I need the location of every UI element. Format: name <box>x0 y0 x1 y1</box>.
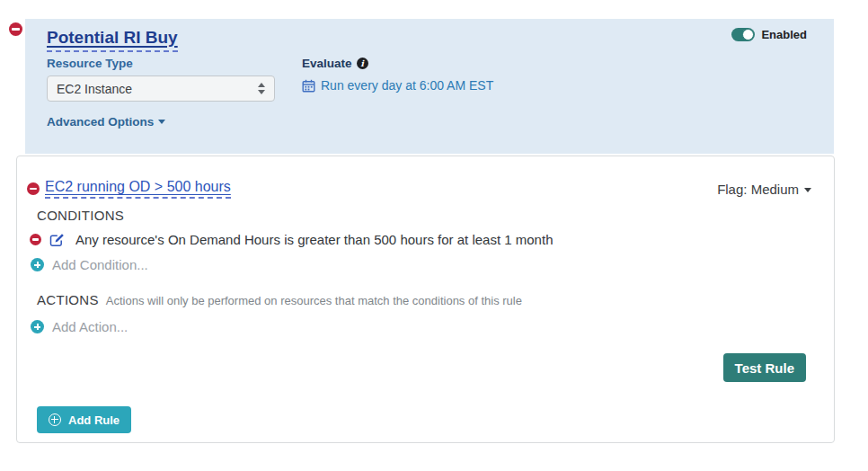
advanced-options-label: Advanced Options <box>47 115 154 129</box>
resource-type-value: EC2 Instance <box>57 82 132 96</box>
policy-title-link[interactable]: Potential RI Buy <box>47 28 178 52</box>
policy-header-panel: Potential RI Buy Resource Type EC2 Insta… <box>25 19 834 154</box>
add-condition-label: Add Condition... <box>52 257 148 272</box>
evaluate-label: Evaluate <box>302 57 352 70</box>
schedule-text: Run every day at 6:00 AM EST <box>321 78 493 93</box>
calendar-icon <box>302 79 315 93</box>
add-action-button[interactable]: Add Action... <box>31 319 128 334</box>
advanced-options-toggle[interactable]: Advanced Options <box>47 115 165 129</box>
conditions-heading: CONDITIONS <box>37 208 124 223</box>
rule-header-row: EC2 running OD > 500 hours Flag: Medium <box>27 179 811 199</box>
edit-condition-icon[interactable] <box>49 233 65 247</box>
condition-row: Any resource's On Demand Hours is greate… <box>30 232 553 247</box>
info-icon[interactable]: i <box>357 58 368 69</box>
caret-down-icon <box>804 188 811 192</box>
plus-circle-icon <box>31 320 44 333</box>
policy-editor: Potential RI Buy Resource Type EC2 Insta… <box>0 0 868 471</box>
caret-down-icon <box>158 120 165 124</box>
actions-description: Actions will only be performed on resour… <box>106 294 522 307</box>
add-action-label: Add Action... <box>52 319 128 334</box>
add-rule-label: Add Rule <box>68 413 120 427</box>
up-down-arrows-icon <box>258 83 265 94</box>
actions-heading-row: ACTIONS Actions will only be performed o… <box>37 292 522 307</box>
resource-type-select[interactable]: EC2 Instance <box>47 76 275 102</box>
flag-dropdown[interactable]: Flag: Medium <box>717 182 811 197</box>
schedule-link[interactable]: Run every day at 6:00 AM EST <box>302 78 493 93</box>
remove-condition-icon[interactable] <box>30 234 41 245</box>
enabled-label: Enabled <box>761 28 807 41</box>
flag-label: Flag: Medium <box>717 182 799 197</box>
evaluate-label-row: Evaluate i <box>302 57 368 70</box>
rules-card: EC2 running OD > 500 hours Flag: Medium … <box>16 156 835 443</box>
resource-type-label: Resource Type <box>47 57 133 70</box>
add-condition-button[interactable]: Add Condition... <box>31 257 148 272</box>
enabled-control: Enabled <box>731 28 807 41</box>
plus-circle-icon <box>31 258 44 271</box>
remove-rule-icon[interactable] <box>27 182 40 195</box>
actions-heading: ACTIONS <box>37 292 99 307</box>
rule-name-link[interactable]: EC2 running OD > 500 hours <box>45 179 231 199</box>
add-rule-button[interactable]: Add Rule <box>37 406 131 433</box>
policy-title-wrap: Potential RI Buy <box>47 28 178 52</box>
condition-text: Any resource's On Demand Hours is greate… <box>75 232 553 247</box>
enabled-toggle[interactable] <box>731 28 755 41</box>
test-rule-button[interactable]: Test Rule <box>723 353 806 382</box>
plus-circle-outline-icon <box>49 413 61 426</box>
remove-policy-icon[interactable] <box>9 22 22 36</box>
